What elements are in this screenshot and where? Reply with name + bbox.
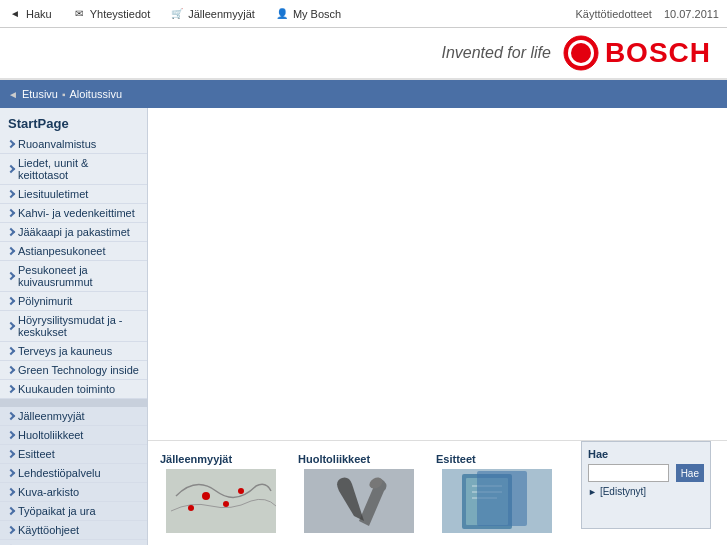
svg-point-7	[188, 505, 194, 511]
tile-huoltoliikkeet-image	[304, 469, 414, 533]
arrow-icon	[7, 228, 15, 236]
search-row: Hae	[588, 464, 704, 482]
sidebar-item-tyopaikat[interactable]: Työpaikat ja ura	[0, 502, 147, 521]
arrow-icon	[7, 247, 15, 255]
sidebar-item-terveys[interactable]: Terveys ja kauneus	[0, 342, 147, 361]
sidebar-item-liedet[interactable]: Liedet, uunit & keittotasot	[0, 154, 147, 185]
sidebar-item-kuukauden[interactable]: Kuukauden toiminto	[0, 380, 147, 399]
breadcrumb-aloitussivu[interactable]: Aloitussivu	[70, 88, 123, 100]
nav-haku[interactable]: ◄ Haku	[8, 7, 52, 21]
top-bar: ◄ Haku ✉ Yhteystiedot 🛒 Jälleenmyyjät 👤 …	[0, 0, 727, 28]
top-bar-left: ◄ Haku ✉ Yhteystiedot 🛒 Jälleenmyyjät 👤 …	[8, 7, 341, 21]
arrow-icon	[7, 297, 15, 305]
arrow-icon	[7, 209, 15, 217]
svg-rect-3	[166, 469, 276, 533]
user-info-label: Käyttötiedotteet	[575, 8, 651, 20]
book-svg	[442, 469, 552, 533]
arrow-icon	[7, 431, 15, 439]
arrow-icon	[7, 385, 15, 393]
breadcrumb-separator: ▪	[62, 89, 66, 100]
tile-huoltoliikkeet: Huoltoliikkeet	[294, 449, 424, 537]
advanced-label: [Edistynyt]	[600, 486, 646, 497]
svg-rect-16	[477, 471, 527, 526]
svg-point-6	[238, 488, 244, 494]
arrow-icon	[7, 469, 15, 477]
sidebar: StartPage Ruoanvalmistus Liedet, uunit &…	[0, 108, 148, 545]
sidebar-item-ruoanvalmistus[interactable]: Ruoanvalmistus	[0, 135, 147, 154]
nav-haku-label: Haku	[26, 8, 52, 20]
play-icon: ►	[588, 487, 597, 497]
arrow-icon	[7, 272, 15, 280]
sidebar-item-green[interactable]: Green Technology inside	[0, 361, 147, 380]
sidebar-item-astianpesukoneet[interactable]: Astianpesukoneet	[0, 242, 147, 261]
sidebar-separator	[0, 399, 147, 407]
sidebar-item-lehdestiopalvelu[interactable]: Lehdestiöpalvelu	[0, 464, 147, 483]
mail-icon: ✉	[72, 7, 86, 21]
top-bar-right: Käyttötiedotteet 10.07.2011	[575, 8, 719, 20]
sidebar-item-eshop[interactable]: eShop	[0, 540, 147, 545]
tile-esitteet: Esitteet	[432, 449, 562, 537]
sidebar-item-huoltoliikkeet[interactable]: Huoltoliikkeet	[0, 426, 147, 445]
date-label: 10.07.2011	[664, 8, 719, 20]
sidebar-item-hoyry[interactable]: Höyrysilitysmudat ja -keskukset	[0, 311, 147, 342]
cart-icon: 🛒	[170, 7, 184, 21]
arrow-icon	[7, 322, 15, 330]
sidebar-item-liesituuletimet[interactable]: Liesituuletimet	[0, 185, 147, 204]
bosch-name: BOSCH	[605, 37, 711, 69]
advanced-search-link[interactable]: ► [Edistynyt]	[588, 486, 704, 497]
main-layout: StartPage Ruoanvalmistus Liedet, uunit &…	[0, 108, 727, 545]
sidebar-title: StartPage	[0, 108, 147, 135]
tile-jalleenmyyjat: Jälleenmyyjät	[156, 449, 286, 537]
nav-yhteystiedot-label: Yhteystiedot	[90, 8, 151, 20]
tiles-area: Jälleenmyyjät Huoltoliikkeet	[148, 440, 727, 545]
nav-jalleenmyyjat[interactable]: 🛒 Jälleenmyyjät	[170, 7, 255, 21]
arrow-icon	[7, 347, 15, 355]
arrow-icon	[7, 526, 15, 534]
arrow-icon	[7, 412, 15, 420]
arrow-icon	[7, 190, 15, 198]
tile-esitteet-image	[442, 469, 552, 533]
svg-rect-8	[304, 469, 414, 533]
content-area: Jälleenmyyjät Huoltoliikkeet	[148, 108, 727, 545]
tile-jalleenmyyjat-title: Jälleenmyyjät	[160, 453, 232, 465]
bosch-ring-icon	[563, 35, 599, 71]
arrow-icon	[7, 140, 15, 148]
sidebar-item-polynimurit[interactable]: Pölynimurit	[0, 292, 147, 311]
svg-point-2	[571, 43, 591, 63]
arrow-icon	[7, 366, 15, 374]
search-button[interactable]: Hae	[676, 464, 704, 482]
nav-my-bosch[interactable]: 👤 My Bosch	[275, 7, 341, 21]
sidebar-item-jaakaapi[interactable]: Jääkaapi ja pakastimet	[0, 223, 147, 242]
breadcrumb: ◄ Etusivu ▪ Aloitussivu	[0, 80, 727, 108]
nav-my-bosch-label: My Bosch	[293, 8, 341, 20]
user-icon: 👤	[275, 7, 289, 21]
tool-svg	[304, 469, 414, 533]
sidebar-item-jalleenmyyjat[interactable]: Jälleenmyyjät	[0, 407, 147, 426]
tagline: Invented for life	[441, 44, 550, 62]
header: Invented for life BOSCH	[0, 28, 727, 80]
breadcrumb-back-icon: ◄	[8, 89, 18, 100]
map-svg	[166, 469, 276, 533]
tile-huoltoliikkeet-title: Huoltoliikkeet	[298, 453, 370, 465]
sidebar-item-kuva-arkisto[interactable]: Kuva-arkisto	[0, 483, 147, 502]
breadcrumb-etusivu-label: Etusivu	[22, 88, 58, 100]
nav-jalleenmyyjat-label: Jälleenmyyjät	[188, 8, 255, 20]
tile-jalleenmyyjat-image	[166, 469, 276, 533]
nav-yhteystiedot[interactable]: ✉ Yhteystiedot	[72, 7, 151, 21]
breadcrumb-aloitussivu-label: Aloitussivu	[70, 88, 123, 100]
arrow-icon	[7, 450, 15, 458]
sidebar-item-kahvi[interactable]: Kahvi- ja vedenkeittimet	[0, 204, 147, 223]
search-input[interactable]	[588, 464, 669, 482]
haku-icon: ◄	[8, 7, 22, 21]
arrow-icon	[7, 488, 15, 496]
search-box: Hae Hae ► [Edistynyt]	[581, 441, 711, 529]
search-label: Hae	[588, 448, 704, 460]
svg-point-4	[202, 492, 210, 500]
svg-point-5	[223, 501, 229, 507]
sidebar-item-kayttoohjeet[interactable]: Käyttöohjeet	[0, 521, 147, 540]
sidebar-item-esitteet[interactable]: Esitteet	[0, 445, 147, 464]
sidebar-item-pesukoneet[interactable]: Pesukoneet ja kuivausrummut	[0, 261, 147, 292]
bosch-logo: BOSCH	[563, 35, 711, 71]
tile-esitteet-title: Esitteet	[436, 453, 476, 465]
breadcrumb-etusivu[interactable]: Etusivu	[22, 88, 58, 100]
